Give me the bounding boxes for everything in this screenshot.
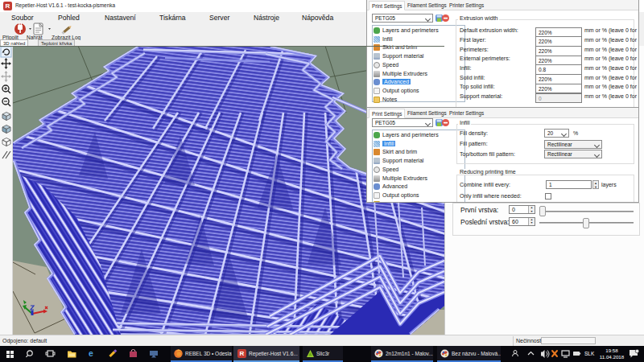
svg-text:e: e: [89, 348, 93, 358]
